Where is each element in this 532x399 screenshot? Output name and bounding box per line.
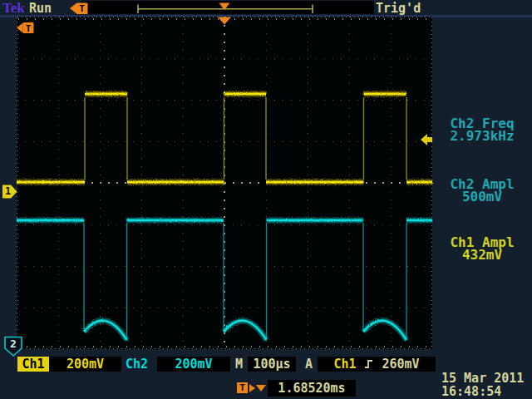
timebase-value: 100µs — [248, 357, 296, 372]
trigger-mode-label: A — [305, 357, 313, 372]
trigger-source: Ch1 — [333, 357, 356, 372]
date-label: 15 Mar 2011 — [441, 372, 524, 385]
measurement-ch1-ampl: Ch1 Ampl 432mV — [431, 236, 532, 261]
ch1-marker-number: 1 — [2, 186, 13, 197]
acquisition-status: Run — [29, 2, 52, 15]
rising-edge-icon — [363, 358, 374, 370]
measurement-value: 2.973kHz — [431, 130, 532, 142]
ch2-marker-number: 2 — [7, 338, 20, 349]
ch1-badge: Ch1 — [17, 357, 49, 372]
measurement-value: 432mV — [431, 249, 532, 261]
timebase-label: M — [235, 357, 243, 372]
trigger-level: 260mV — [382, 357, 419, 372]
oscilloscope-screen: Tek Run Trig'd T T 1 2 Ch2 Freq 2.973kHz… — [0, 0, 532, 399]
record-trigger-time-letter: T — [76, 3, 87, 14]
measurement-value: 500mV — [431, 190, 532, 203]
ch2-scale: 200mV — [157, 357, 230, 372]
trigger-time-value: 1.68520ms — [268, 380, 356, 397]
measurement-ch2-freq: Ch2 Freq 2.973kHz — [431, 117, 532, 142]
ch2-badge: Ch2 — [126, 357, 148, 372]
time-label: 16:48:54 — [441, 385, 501, 398]
measurement-ch2-ampl: Ch2 Ampl 500mV — [431, 178, 532, 203]
arrow-down-icon — [256, 385, 266, 392]
arrow-right-icon — [249, 384, 255, 392]
tek-logo: Tek — [2, 1, 25, 16]
ch1-scale: 200mV — [49, 357, 121, 372]
trigger-status: Trig'd — [376, 2, 421, 15]
trigger-settings-box: Ch1 260mV — [318, 357, 436, 372]
trigger-time-letter: T — [23, 23, 34, 34]
trigger-readout-icon: T — [237, 382, 248, 393]
